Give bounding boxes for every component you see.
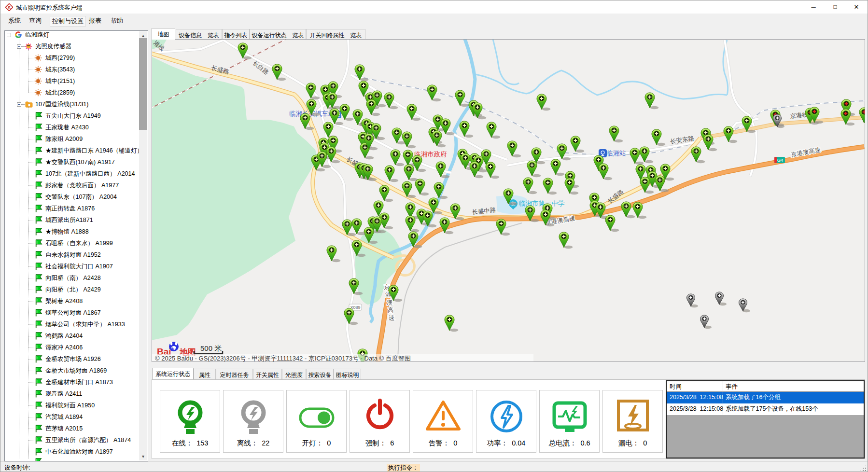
svg-text:高: 高 xyxy=(388,307,394,314)
svg-text:500 米: 500 米 xyxy=(200,344,222,352)
svg-text:速: 速 xyxy=(389,315,395,321)
svg-text:临湘站: 临湘站 xyxy=(606,150,626,157)
svg-text:S: S xyxy=(8,5,11,10)
svg-text:© 2025 Baidu - GS(2023)3206号 -: © 2025 Baidu - GS(2023)3206号 - 甲测资字11111… xyxy=(155,355,411,361)
svg-text:临湘市第一中学: 临湘市第一中学 xyxy=(519,200,565,207)
svg-text:澳: 澳 xyxy=(387,299,393,306)
svg-text:du: du xyxy=(170,347,176,352)
svg-text:G4: G4 xyxy=(777,157,784,163)
